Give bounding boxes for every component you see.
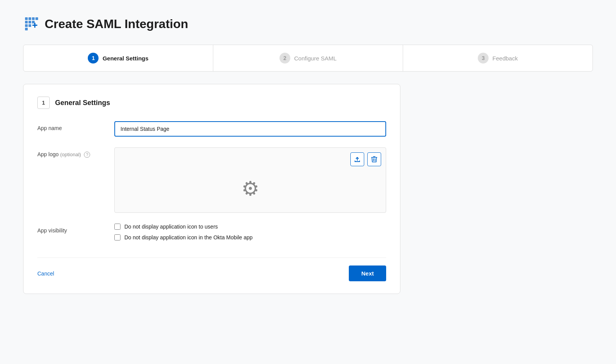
svg-rect-5: [28, 21, 31, 23]
svg-rect-4: [25, 21, 28, 23]
svg-rect-6: [32, 21, 35, 23]
upload-logo-button[interactable]: [350, 152, 364, 166]
svg-rect-8: [28, 24, 31, 27]
step-3[interactable]: 3 Feedback: [403, 45, 593, 71]
app-visibility-control: Do not display application icon to users…: [114, 224, 386, 245]
hide-mobile-label: Do not display application icon in the O…: [124, 234, 253, 240]
step-1-circle: 1: [88, 53, 99, 63]
cancel-button[interactable]: Cancel: [37, 270, 54, 277]
step-3-label: Feedback: [492, 55, 518, 62]
optional-label: (optional): [60, 152, 81, 157]
form-footer: Cancel Next: [37, 257, 386, 281]
svg-rect-7: [25, 24, 28, 27]
logo-preview: ⚙: [119, 169, 381, 208]
svg-rect-9: [25, 28, 28, 30]
page-header: Create SAML Integration: [23, 15, 593, 32]
hide-users-checkbox[interactable]: [114, 224, 121, 230]
next-button[interactable]: Next: [349, 265, 386, 281]
app-visibility-label: App visibility: [37, 224, 107, 234]
section-title: General Settings: [55, 99, 110, 107]
app-logo-icon: [23, 15, 40, 32]
step-2[interactable]: 2 Configure SAML: [213, 45, 403, 71]
step-2-circle: 2: [280, 53, 290, 63]
visibility-option-2: Do not display application icon in the O…: [114, 234, 386, 240]
step-1[interactable]: 1 General Settings: [23, 45, 213, 71]
section-header: 1 General Settings: [37, 97, 386, 109]
app-logo-control: ⚙: [114, 147, 386, 213]
app-logo-row: App logo (optional) ?: [37, 147, 386, 213]
section-number: 1: [37, 97, 50, 109]
svg-rect-3: [35, 17, 38, 20]
app-visibility-row: App visibility Do not display applicatio…: [37, 224, 386, 245]
svg-rect-0: [25, 17, 28, 20]
svg-rect-1: [28, 17, 31, 20]
logo-upload-area: ⚙: [114, 147, 386, 213]
app-name-control: [114, 121, 386, 137]
step-1-label: General Settings: [102, 55, 148, 62]
app-name-row: App name: [37, 121, 386, 137]
page-title: Create SAML Integration: [45, 17, 188, 31]
step-2-label: Configure SAML: [294, 55, 336, 62]
help-icon[interactable]: ?: [84, 152, 90, 158]
visibility-option-1: Do not display application icon to users: [114, 224, 386, 230]
hide-mobile-checkbox[interactable]: [114, 234, 121, 240]
hide-users-label: Do not display application icon to users: [124, 224, 218, 230]
app-name-label: App name: [37, 121, 107, 131]
svg-rect-2: [32, 17, 35, 20]
gear-icon: ⚙: [241, 177, 259, 200]
app-logo-label: App logo (optional) ?: [37, 147, 107, 158]
svg-rect-11: [32, 25, 37, 26]
logo-toolbar: [119, 152, 381, 166]
form-card: 1 General Settings App name App logo (op…: [23, 84, 400, 294]
step-3-circle: 3: [478, 53, 489, 63]
delete-logo-button[interactable]: [367, 152, 381, 166]
app-name-input[interactable]: [114, 121, 386, 137]
steps-nav: 1 General Settings 2 Configure SAML 3 Fe…: [23, 45, 593, 72]
